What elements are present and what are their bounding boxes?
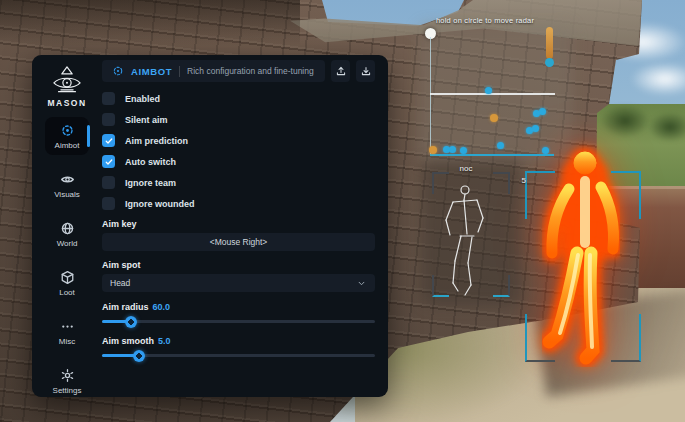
aim-spot-label: Aim spot (102, 260, 375, 270)
checkbox[interactable] (102, 113, 115, 126)
sidebar-item-loot[interactable]: Loot (45, 264, 89, 302)
sidebar-item-label: World (57, 239, 78, 248)
slider-thumb[interactable] (133, 350, 145, 362)
radar-hint-text: hold on circle to move radar (436, 16, 596, 25)
skeleton-esp: noc 5 (432, 166, 516, 300)
sidebar-item-visuals[interactable]: Visuals (45, 166, 89, 204)
slider-aim-smooth: Aim smooth5.0 (102, 336, 375, 357)
checkbox-label: Enabled (125, 94, 160, 104)
checkbox-row-ignore-wounded[interactable]: Ignore wounded (102, 197, 375, 210)
player-bracket (525, 171, 641, 362)
checkbox-list: Enabled Silent aim Aim prediction Auto s… (102, 92, 375, 210)
cube-icon (60, 270, 75, 285)
checkbox[interactable] (102, 197, 115, 210)
checkbox-row-ignore-team[interactable]: Ignore team (102, 176, 375, 189)
download-icon (360, 65, 372, 77)
checkbox[interactable] (102, 176, 115, 189)
brand-logo: MASON (47, 65, 86, 108)
download-config-button[interactable] (356, 60, 375, 82)
skeleton-bones (432, 174, 516, 300)
radar-dot-cyan (532, 125, 539, 132)
slider-aim-radius: Aim radius60.0 (102, 302, 375, 323)
tree (648, 112, 685, 142)
eye-icon (60, 172, 75, 187)
radar-left-border (430, 37, 431, 154)
sidebar-item-aimbot[interactable]: Aimbot (45, 117, 89, 155)
globe-icon (60, 221, 75, 236)
sidebar-item-settings[interactable]: Settings (45, 362, 89, 400)
checkbox[interactable] (102, 134, 115, 147)
sidebar-item-label: Aimbot (55, 141, 80, 150)
cheat-menu-panel: MASON Aimbot Visuals World Loot Misc Set… (32, 55, 388, 397)
radar-bottom-border (430, 154, 554, 156)
checkbox[interactable] (102, 92, 115, 105)
check-icon (104, 136, 114, 146)
sidebar-item-label: Misc (59, 337, 75, 346)
radar-dot-cyan (485, 87, 492, 94)
radar-midline (430, 93, 555, 95)
player-bracket-corner (611, 171, 641, 219)
checkbox-label: Ignore team (125, 178, 176, 188)
cloud (630, 62, 685, 96)
radar-dot-orange (490, 114, 498, 122)
slider-track[interactable] (102, 354, 375, 357)
section-title: AIMBOT (131, 66, 172, 77)
checkbox-row-auto-switch[interactable]: Auto switch (102, 155, 375, 168)
player-bracket-corner (525, 314, 555, 362)
sidebar-item-label: Settings (53, 386, 82, 395)
checkbox-label: Silent aim (125, 115, 168, 125)
reticle-icon (112, 65, 124, 77)
sidebar-item-misc[interactable]: Misc (45, 313, 89, 351)
aim-spot-value: Head (110, 278, 356, 288)
sidebar-item-world[interactable]: World (45, 215, 89, 253)
checkbox-label: Ignore wounded (125, 199, 195, 209)
all-seeing-eye-icon (48, 65, 86, 95)
game-screen: hold on circle to move radar noc 5 (0, 0, 685, 422)
upload-config-button[interactable] (331, 60, 350, 82)
checkbox-row-aim-prediction[interactable]: Aim prediction (102, 134, 375, 147)
radar-dot-cyan (460, 147, 467, 154)
header-divider (179, 66, 180, 77)
checkbox-row-enabled[interactable]: Enabled (102, 92, 375, 105)
radar-overlay: hold on circle to move radar (430, 33, 555, 154)
aim-key-button[interactable]: <Mouse Right> (102, 233, 375, 251)
radar-dot-cyan (449, 146, 456, 153)
hold-progress-bar (546, 27, 553, 59)
sidebar: MASON Aimbot Visuals World Loot Misc Set… (32, 55, 102, 397)
checkbox-label: Aim prediction (125, 136, 188, 146)
sidebar-item-label: Loot (59, 288, 75, 297)
slider-value: 5.0 (158, 336, 171, 346)
tree (600, 104, 650, 138)
aimbot-tab-content: AIMBOT Rich configuration and fine-tunin… (102, 55, 375, 397)
slider-label: Aim smooth (102, 336, 154, 346)
checkbox-label: Auto switch (125, 157, 176, 167)
chevron-down-icon (356, 278, 367, 289)
check-icon (104, 157, 114, 167)
aim-key-label: Aim key (102, 219, 375, 229)
slider-thumb[interactable] (125, 316, 137, 328)
section-subtitle: Rich configuration and fine-tuning (187, 66, 314, 76)
hold-progress-cap (545, 58, 554, 67)
sidebar-item-label: Visuals (54, 190, 80, 199)
radar-dot-cyan (542, 147, 549, 154)
player-bracket-corner (611, 314, 641, 362)
player-bracket-corner (525, 171, 555, 219)
crosshair-icon (60, 123, 75, 138)
slider-value: 60.0 (153, 302, 171, 312)
radar-dot-cyan (539, 108, 546, 115)
esp-distance: 5 (522, 176, 526, 185)
sidebar-nav: Aimbot Visuals World Loot Misc Settings (32, 117, 102, 400)
slider-track[interactable] (102, 320, 375, 323)
radar-dot-cyan (497, 142, 504, 149)
checkbox[interactable] (102, 155, 115, 168)
checkbox-row-silent-aim[interactable]: Silent aim (102, 113, 375, 126)
section-header: AIMBOT Rich configuration and fine-tunin… (102, 60, 325, 82)
radar-dot-orange (429, 146, 437, 154)
wall-shading (0, 0, 300, 46)
dots-icon (60, 319, 75, 334)
slider-label: Aim radius (102, 302, 149, 312)
gear-icon (60, 368, 75, 383)
brand-name: MASON (47, 98, 86, 108)
aim-spot-select[interactable]: Head (102, 274, 375, 292)
upload-icon (335, 65, 347, 77)
